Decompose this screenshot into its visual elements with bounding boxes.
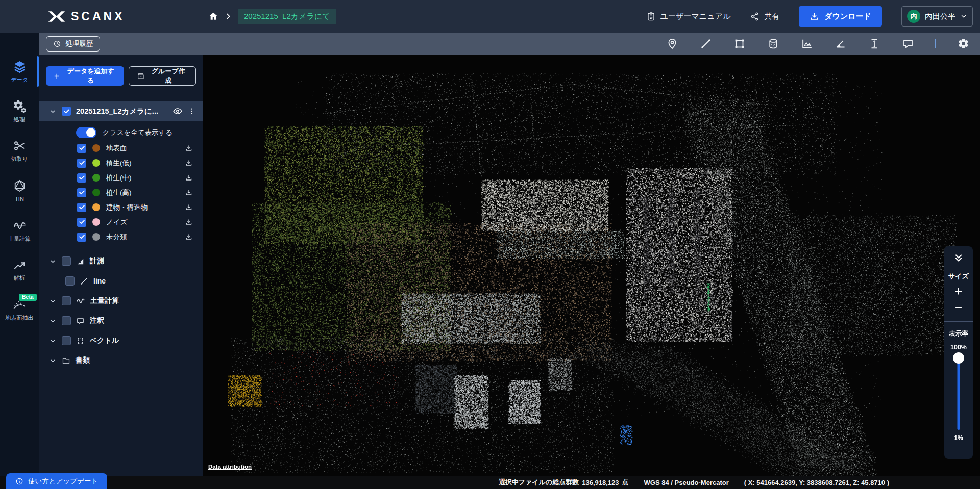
home-icon[interactable] — [208, 11, 218, 21]
vector-polygon-icon — [76, 337, 85, 345]
tree-item-volume-calc[interactable]: 土量計算 — [39, 293, 203, 308]
tree-item-vector[interactable]: ベクトル — [39, 333, 203, 348]
eye-icon[interactable] — [173, 106, 183, 116]
group-box-icon — [137, 72, 145, 80]
tree-item-documents[interactable]: 書類 — [39, 353, 203, 368]
info-icon — [15, 477, 23, 485]
cursor-coordinates: ( X: 541664.2639, Y: 3838608.7261, Z: 45… — [744, 479, 889, 486]
class-download-button[interactable] — [185, 233, 193, 241]
sidebar-item-crop[interactable]: 切取り — [0, 134, 39, 168]
class-download-button[interactable] — [185, 144, 193, 152]
plus-icon — [953, 286, 964, 296]
tool-cross-section-button[interactable] — [800, 37, 814, 50]
download-button[interactable]: ダウンロード — [799, 6, 882, 27]
class-checkbox[interactable] — [77, 173, 86, 183]
class-row-buildings: 建物・構造物 — [39, 200, 203, 215]
chevron-down-icon — [960, 13, 967, 20]
sidebar-item-ground-extract[interactable]: Beta 地表面抽出 — [0, 293, 39, 327]
display-rate-slider[interactable] — [953, 352, 964, 430]
chevron-down-icon[interactable] — [49, 317, 57, 325]
dataset-row[interactable]: 20251215_L2カメラに... — [39, 101, 203, 121]
slider-knob[interactable] — [953, 352, 964, 364]
class-checkbox[interactable] — [77, 144, 86, 153]
class-color-dot — [92, 189, 100, 196]
display-rate-label: 表示率 — [949, 329, 968, 338]
class-download-button[interactable] — [185, 174, 193, 182]
collapse-controls-button[interactable] — [952, 252, 965, 265]
kebab-menu-icon[interactable] — [188, 107, 196, 115]
download-tray-icon — [185, 159, 193, 167]
class-download-button[interactable] — [185, 189, 193, 197]
tin-mesh-icon — [13, 179, 27, 193]
tree-checkbox[interactable] — [65, 276, 75, 286]
sidebar-item-volume-calc[interactable]: 土量計算 — [0, 213, 39, 248]
set-square-icon — [76, 257, 85, 266]
tree-checkbox[interactable] — [62, 296, 71, 305]
chevron-down-icon[interactable] — [49, 258, 57, 265]
chevron-down-icon[interactable] — [49, 108, 57, 115]
tool-annotation-button[interactable] — [901, 37, 915, 50]
class-checkbox[interactable] — [77, 188, 86, 197]
tool-location-pin-button[interactable] — [666, 37, 679, 50]
tool-height-measure-button[interactable] — [868, 37, 881, 50]
gears-icon — [13, 99, 27, 113]
history-button[interactable]: 処理履歴 — [46, 36, 100, 52]
tree-item-measurement[interactable]: 計測 — [39, 253, 203, 269]
tree-checkbox[interactable] — [62, 256, 71, 266]
chevron-down-icon[interactable] — [49, 337, 57, 345]
sidebar-item-data[interactable]: データ — [0, 54, 39, 89]
class-checkbox[interactable] — [77, 218, 86, 227]
size-increase-button[interactable] — [953, 286, 964, 296]
size-decrease-button[interactable] — [953, 302, 964, 313]
class-color-dot — [92, 218, 100, 226]
tool-line-measure-button[interactable] — [699, 37, 713, 50]
tool-volume-cylinder-button[interactable] — [767, 37, 780, 50]
breadcrumb-project[interactable]: 20251215_L2カメラにて — [238, 9, 336, 24]
add-data-button[interactable]: データを追加する — [46, 66, 124, 86]
share-button[interactable]: 共有 — [750, 12, 779, 21]
slider-track[interactable] — [958, 357, 960, 430]
data-attribution-link[interactable]: Data attribution — [208, 464, 252, 470]
minus-icon — [953, 302, 964, 313]
class-row-ground: 地表面 — [39, 141, 203, 156]
sidebar-item-analysis[interactable]: 解析 — [0, 253, 39, 288]
tool-angle-measure-button[interactable] — [834, 37, 847, 50]
toggle-all-classes-switch[interactable] — [76, 127, 96, 138]
class-checkbox[interactable] — [77, 159, 86, 168]
chevron-down-icon[interactable] — [49, 357, 57, 365]
class-download-button[interactable] — [185, 203, 193, 212]
tree-checkbox[interactable] — [62, 336, 71, 345]
point-cloud-canvas[interactable] — [203, 55, 980, 476]
display-rate-min: 1% — [954, 434, 963, 442]
display-rate-max: 100% — [950, 344, 967, 351]
class-download-button[interactable] — [185, 159, 193, 167]
tree-item-line[interactable]: line — [39, 273, 203, 289]
app-logo[interactable]: SCANX — [48, 10, 125, 23]
download-tray-icon — [185, 174, 193, 182]
download-tray-icon — [185, 189, 193, 197]
class-checkbox[interactable] — [77, 203, 86, 212]
download-tray-icon — [185, 144, 193, 152]
help-updates-button[interactable]: 使い方とアップデート — [6, 473, 107, 489]
sidebar-item-processing[interactable]: 処理 — [0, 94, 39, 128]
polygon-measure-icon — [733, 38, 746, 50]
size-label: サイズ — [948, 272, 969, 281]
wave-icon — [76, 296, 85, 305]
user-manual-button[interactable]: ユーザーマニュアル — [646, 12, 730, 21]
tool-polygon-measure-button[interactable] — [733, 37, 746, 50]
tree-checkbox[interactable] — [62, 316, 71, 325]
chevron-right-icon — [224, 12, 232, 20]
class-row-noise: ノイズ — [39, 215, 203, 229]
logo-icon — [48, 11, 65, 22]
folder-icon — [62, 356, 70, 365]
dataset-checkbox[interactable] — [62, 107, 71, 116]
tree-item-annotation[interactable]: 注釈 — [39, 313, 203, 328]
chevron-down-icon[interactable] — [49, 297, 57, 305]
user-menu[interactable]: 内 内田公平 — [901, 6, 973, 27]
tool-settings-button[interactable] — [957, 37, 970, 50]
class-checkbox[interactable] — [77, 233, 86, 242]
class-row-veg-mid: 植生(中) — [39, 170, 203, 185]
sidebar-item-tin[interactable]: TIN — [0, 173, 39, 208]
create-group-button[interactable]: グループ作成 — [129, 66, 196, 86]
class-download-button[interactable] — [185, 218, 193, 226]
